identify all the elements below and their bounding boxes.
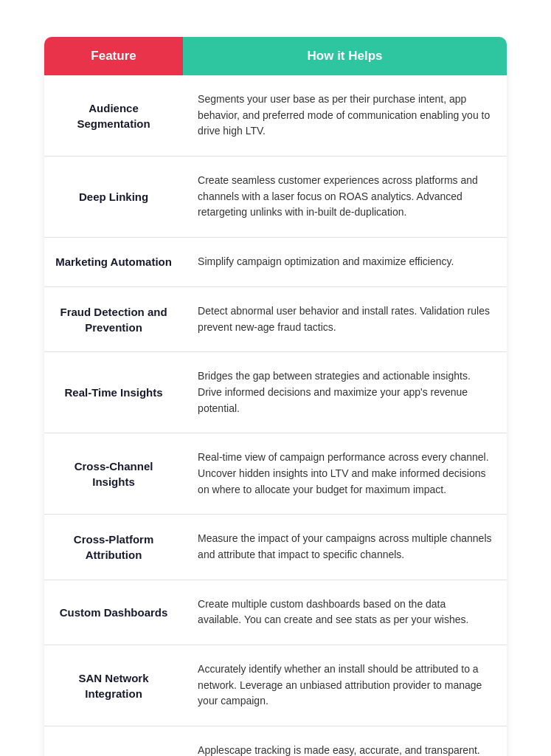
help-cell: Simplify campaign optimization and maxim… [183,238,507,287]
feature-cell: Marketing Automation [44,238,183,287]
feature-cell: Cross-Platform Attribution [44,515,183,580]
help-cell: Real-time view of campaign performance a… [183,433,507,515]
table-row: Marketing AutomationSimplify campaign op… [44,238,507,287]
table-row: SAN Network IntegrationAccurately identi… [44,645,507,726]
help-cell: Create multiple custom dashboards based … [183,580,507,645]
column-header-how-it-helps: How it Helps [183,37,507,75]
help-cell: Applescape tracking is made easy, accura… [183,726,507,756]
table-row: Custom DashboardsCreate multiple custom … [44,580,507,645]
feature-cell: iOS/SKAN Solutions [44,726,183,756]
table-row: Cross-Platform AttributionMeasure the im… [44,515,507,580]
feature-cell: Audience Segmentation [44,75,183,157]
feature-cell: Custom Dashboards [44,580,183,645]
feature-table: Feature How it Helps Audience Segmentati… [44,37,507,756]
table-row: Fraud Detection and PreventionDetect abn… [44,286,507,351]
feature-cell: Deep Linking [44,157,183,238]
feature-table-container: Feature How it Helps Audience Segmentati… [44,37,507,756]
help-cell: Segments your user base as per their pur… [183,75,507,157]
column-header-feature: Feature [44,37,183,75]
table-row: Cross-Channel InsightsReal-time view of … [44,433,507,515]
help-cell: Create seamless customer experiences acr… [183,157,507,238]
page-wrapper: Feature How it Helps Audience Segmentati… [15,15,536,756]
table-row: iOS/SKAN SolutionsApplescape tracking is… [44,726,507,756]
feature-cell: Real-Time Insights [44,352,183,433]
feature-cell: SAN Network Integration [44,645,183,726]
table-row: Real-Time InsightsBridges the gap betwee… [44,352,507,433]
help-cell: Detect abnormal user behavior and instal… [183,286,507,351]
table-row: Deep LinkingCreate seamless customer exp… [44,157,507,238]
table-row: Audience SegmentationSegments your user … [44,75,507,157]
help-cell: Accurately identify whether an install s… [183,645,507,726]
help-cell: Bridges the gap between strategies and a… [183,352,507,433]
help-cell: Measure the impact of your campaigns acr… [183,515,507,580]
feature-cell: Cross-Channel Insights [44,433,183,515]
feature-cell: Fraud Detection and Prevention [44,286,183,351]
